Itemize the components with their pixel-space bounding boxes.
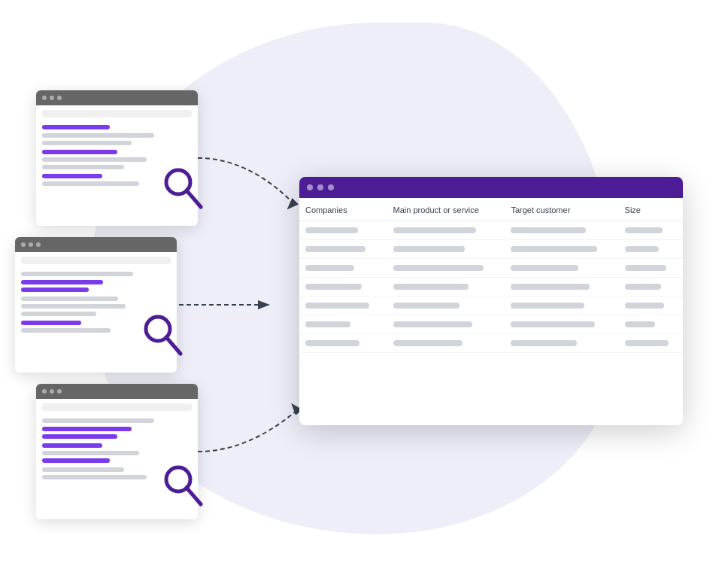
cell <box>387 278 505 297</box>
browser3-line2 <box>42 427 132 431</box>
cell <box>619 315 683 334</box>
cell-pill <box>393 340 463 346</box>
browser3-line4 <box>42 443 102 448</box>
browser3-dot1 <box>42 389 47 394</box>
browser3-dot2 <box>50 389 54 394</box>
browser3-line5 <box>42 451 139 455</box>
cell <box>619 297 683 315</box>
main-browser: Companies Main product or service Target… <box>299 177 683 425</box>
table-row <box>299 315 683 334</box>
browser3-line3 <box>42 434 117 439</box>
data-table: Companies Main product or service Target… <box>299 198 683 353</box>
cell-pill <box>511 303 584 309</box>
cell <box>505 334 618 353</box>
cell <box>387 259 505 278</box>
table-container: Companies Main product or service Target… <box>299 198 683 425</box>
browser2-dot2 <box>29 242 33 247</box>
table-row <box>299 334 683 353</box>
browser1-line8 <box>42 181 139 186</box>
browser1-dot2 <box>50 96 54 100</box>
browser2-line2 <box>21 280 103 284</box>
browser3-line8 <box>42 475 147 479</box>
cell <box>299 315 387 334</box>
col-customer: Target customer <box>505 198 618 221</box>
table-row <box>299 259 683 278</box>
cell <box>299 259 387 278</box>
cell-pill <box>511 340 577 346</box>
browser2-line3 <box>21 287 89 292</box>
browser2-line5 <box>21 304 126 309</box>
cell <box>619 334 683 353</box>
cell-pill <box>625 321 655 327</box>
cell <box>299 221 387 240</box>
cell-pill <box>305 340 359 346</box>
cell <box>505 315 618 334</box>
cell <box>299 297 387 315</box>
cell-pill <box>393 227 476 233</box>
cell-pill <box>393 321 472 327</box>
browser1-titlebar <box>36 90 198 105</box>
cell <box>387 297 505 315</box>
table-row <box>299 240 683 259</box>
browser1-line3 <box>42 141 132 145</box>
cell <box>387 240 505 259</box>
cell <box>619 221 683 240</box>
browser1-line7 <box>42 174 102 178</box>
cell <box>619 259 683 278</box>
scene: Companies Main product or service Target… <box>0 0 728 578</box>
browser2-line6 <box>21 312 96 316</box>
table-header-row: Companies Main product or service Target… <box>299 198 683 221</box>
browser1-line4 <box>42 150 117 154</box>
cell-pill <box>305 227 358 233</box>
cell-pill <box>393 265 484 271</box>
browser1-addressbar <box>42 110 192 117</box>
cell <box>505 240 618 259</box>
col-product: Main product or service <box>387 198 505 221</box>
browser3-line7 <box>42 467 124 472</box>
svg-line-9 <box>187 488 201 504</box>
cell <box>619 278 683 297</box>
table-row <box>299 221 683 240</box>
browser2-addressbar <box>21 257 171 264</box>
browser3-line6 <box>42 458 110 463</box>
main-dot2 <box>317 184 323 190</box>
cell <box>505 297 618 315</box>
cell <box>505 278 618 297</box>
cell-pill <box>625 284 661 290</box>
browser1-line2 <box>42 133 154 138</box>
browser1-line5 <box>42 157 147 162</box>
browser2-line1 <box>21 272 133 276</box>
browser1-line1 <box>42 125 110 129</box>
cell-pill <box>305 303 369 309</box>
cell <box>299 278 387 297</box>
cell-pill <box>625 246 659 252</box>
magnifier-1 <box>162 166 207 214</box>
cell-pill <box>625 303 664 309</box>
col-companies: Companies <box>299 198 387 221</box>
browser3-addressbar <box>42 403 192 411</box>
svg-line-5 <box>187 190 201 207</box>
cell-pill <box>511 321 595 327</box>
cell-pill <box>305 246 366 252</box>
cell <box>505 221 618 240</box>
browser2-dot1 <box>21 242 26 247</box>
browser1-dot1 <box>42 96 47 100</box>
browser2-line7 <box>21 321 81 325</box>
main-dot3 <box>328 184 334 190</box>
cell-pill <box>305 265 354 271</box>
cell <box>387 221 505 240</box>
cell-pill <box>305 284 362 290</box>
cell-pill <box>625 265 666 271</box>
cell-pill <box>393 284 469 290</box>
browser2-line8 <box>21 328 111 333</box>
cell-pill <box>393 246 465 252</box>
cell <box>387 315 505 334</box>
col-size: Size <box>619 198 683 221</box>
magnifier-2 <box>141 312 187 361</box>
browser3-line1 <box>42 418 154 423</box>
table-row <box>299 278 683 297</box>
cell-pill <box>393 303 460 309</box>
cell <box>619 240 683 259</box>
cell <box>299 240 387 259</box>
cell-pill <box>625 340 669 346</box>
